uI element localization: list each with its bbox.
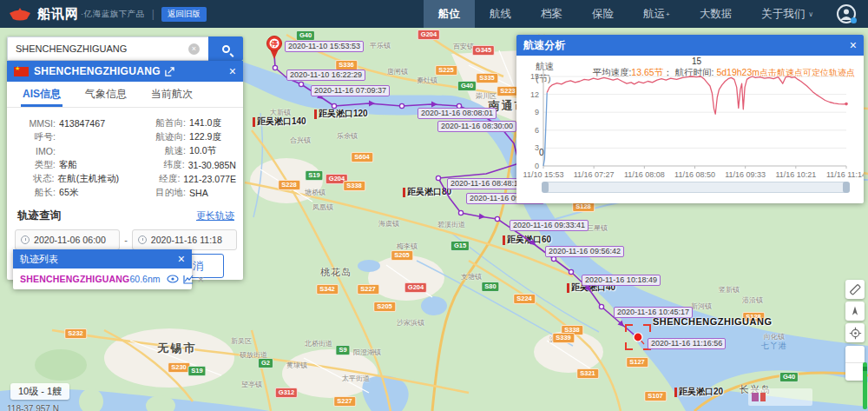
user-avatar[interactable]	[837, 4, 856, 23]
svg-text:6: 6	[535, 126, 539, 135]
svg-text:11/16 10:21: 11/16 10:21	[775, 170, 816, 179]
ruler-icon	[848, 282, 862, 296]
search-button[interactable]	[208, 36, 243, 61]
track-date-range: 2020-11-06 06:00 - 2020-11-16 11:18	[7, 225, 243, 250]
nav-item-航运[interactable]: 航运+	[628, 0, 685, 28]
china-flag-icon	[14, 67, 29, 76]
track-point[interactable]	[399, 103, 404, 108]
svg-text:停: 停	[270, 40, 278, 48]
person-icon	[839, 7, 853, 21]
svg-text:11/16 08:50: 11/16 08:50	[674, 170, 715, 179]
clock-icon	[21, 235, 30, 244]
measure-distance-button[interactable]	[845, 280, 865, 299]
nav-item-关于我们[interactable]: 关于我们∨	[746, 0, 828, 28]
track-point[interactable]	[457, 103, 461, 108]
nav-item-档案[interactable]: 档案	[526, 0, 577, 28]
track-list-panel: 轨迹列表 × SHENCHENGZHIGUANG60.6nm×	[13, 249, 192, 289]
ais-info-row: 船长:65米目的地:SHA	[17, 186, 236, 200]
ship-panel-tabs: AIS信息气象信息当前航次	[7, 82, 243, 108]
brand-name[interactable]: 船讯网	[37, 6, 79, 23]
track-point[interactable]	[458, 210, 463, 215]
svg-text:11/16 08:08: 11/16 08:08	[624, 170, 665, 179]
close-track-list-icon[interactable]: ×	[178, 253, 185, 265]
ais-info-row: 状态:在航(主机推动)经度:121-23.077E	[17, 172, 236, 186]
compass-button[interactable]	[845, 302, 865, 321]
map-attribution	[748, 388, 812, 406]
search-input[interactable]	[7, 36, 208, 61]
svg-text:0: 0	[535, 162, 539, 170]
close-ship-panel-icon[interactable]: ×	[229, 65, 236, 77]
nav-item-保险[interactable]: 保险	[577, 0, 628, 28]
date-range-separator: -	[124, 235, 128, 245]
longer-track-link[interactable]: 更长轨迹	[196, 209, 234, 222]
track-query-title: 轨迹查询	[17, 209, 61, 223]
track-list-title: 轨迹列表	[20, 253, 58, 266]
map-zoom-controls	[845, 346, 865, 381]
svg-text:15: 15	[530, 72, 539, 81]
track-point[interactable]	[436, 176, 440, 180]
track-direction-arrow	[479, 214, 486, 221]
ship-name-title: SHENCHENGZHIGUANG	[34, 65, 161, 77]
locate-button[interactable]	[845, 323, 865, 342]
tab-当前航次[interactable]: 当前航次	[139, 82, 205, 107]
track-point[interactable]	[499, 126, 503, 130]
track-point[interactable]	[332, 103, 336, 108]
track-direction-arrow	[317, 93, 326, 102]
track-point[interactable]	[551, 256, 556, 261]
speed-series-line	[543, 93, 547, 167]
ais-info-row: IMO:航速:10.0节	[17, 144, 236, 158]
tab-AIS信息[interactable]: AIS信息	[10, 82, 73, 107]
speed-series-line	[547, 76, 846, 114]
svg-text:0: 0	[539, 148, 544, 157]
track-point[interactable]	[273, 65, 277, 70]
svg-text:9: 9	[535, 108, 539, 116]
crosshair-icon	[849, 327, 862, 340]
ais-info-grid: MMSI:413847467船首向:141.0度呼号:航迹向:122.9度IMO…	[7, 108, 243, 203]
brand-divider: |	[152, 8, 155, 20]
speed-analysis-panel: 航速分析 × 航速(节) 平均速度:13.65节； 航行时间: 5d19h23m…	[516, 35, 864, 203]
track-point[interactable]	[299, 82, 303, 86]
clock-icon	[138, 235, 147, 244]
track-end-datetime-input[interactable]: 2020-11-16 11:18	[132, 229, 237, 250]
ship-position-dot[interactable]	[634, 333, 642, 341]
svg-text:11/16 07:27: 11/16 07:27	[574, 170, 615, 179]
tab-气象信息[interactable]: 气象信息	[73, 82, 139, 107]
ship-info-panel: SHENCHENGZHIGUANG × AIS信息气象信息当前航次 MMSI:4…	[7, 61, 243, 280]
external-link-icon[interactable]	[165, 67, 174, 76]
mouse-coordinate-readout: 118-37.957 N	[7, 404, 59, 411]
nav-item-大数据[interactable]: 大数据	[685, 0, 747, 28]
speed-chart[interactable]: 0369121511/10 15:5311/16 07:2711/16 08:0…	[516, 35, 864, 203]
svg-text:11/16 11:14: 11/16 11:14	[826, 170, 864, 179]
search-icon	[222, 45, 230, 53]
speed-chart-icon[interactable]	[183, 275, 194, 284]
nav-item-船位[interactable]: 船位	[424, 0, 475, 28]
map-toolbar	[845, 280, 865, 345]
ais-info-row: 类型:客船纬度:31-30.985N	[17, 158, 236, 172]
svg-text:12: 12	[530, 90, 539, 99]
remove-track-icon[interactable]: ×	[198, 274, 205, 285]
track-direction-arrow	[431, 102, 437, 108]
eye-icon[interactable]	[167, 275, 179, 283]
track-start-datetime-input[interactable]: 2020-11-06 06:00	[15, 229, 120, 250]
map-zoom-info: 10级 - 1艘	[10, 383, 69, 400]
nav-item-航线[interactable]: 航线	[475, 0, 526, 28]
zoom-out-button[interactable]	[845, 363, 865, 381]
chart-range-scrollbar[interactable]	[542, 182, 849, 193]
map-zoom-slider[interactable]	[863, 362, 867, 409]
zoom-in-button[interactable]	[845, 346, 865, 363]
shipxy-logo-icon	[9, 6, 31, 22]
legacy-version-button[interactable]: 返回旧版	[161, 7, 207, 22]
track-distance: 60.6nm	[130, 274, 161, 284]
clear-search-icon[interactable]: ×	[188, 43, 200, 55]
track-ship-name[interactable]: SHENCHENGZHIGUANG	[20, 274, 130, 284]
track-point[interactable]	[495, 216, 499, 221]
track-point[interactable]	[569, 269, 573, 274]
track-list-row: SHENCHENGZHIGUANG60.6nm×	[13, 268, 192, 289]
ais-info-row: 呼号:航迹向:122.9度	[17, 130, 236, 144]
compass-icon	[849, 305, 861, 317]
app-root: 平乐镇百安镇通州区唐闸镇秦灶镇崇川区大新镇合兴镇乐余镇塘桥镇凤凰镇海虞镇碧溪街道…	[0, 0, 868, 411]
track-point[interactable]	[599, 304, 603, 308]
track-direction-arrow	[481, 113, 490, 122]
top-navbar: 船讯网 ·亿海蓝旗下产品 | 返回旧版 船位航线档案保险航运+大数据关于我们∨	[0, 0, 868, 28]
svg-text:11/16 09:33: 11/16 09:33	[725, 170, 766, 179]
